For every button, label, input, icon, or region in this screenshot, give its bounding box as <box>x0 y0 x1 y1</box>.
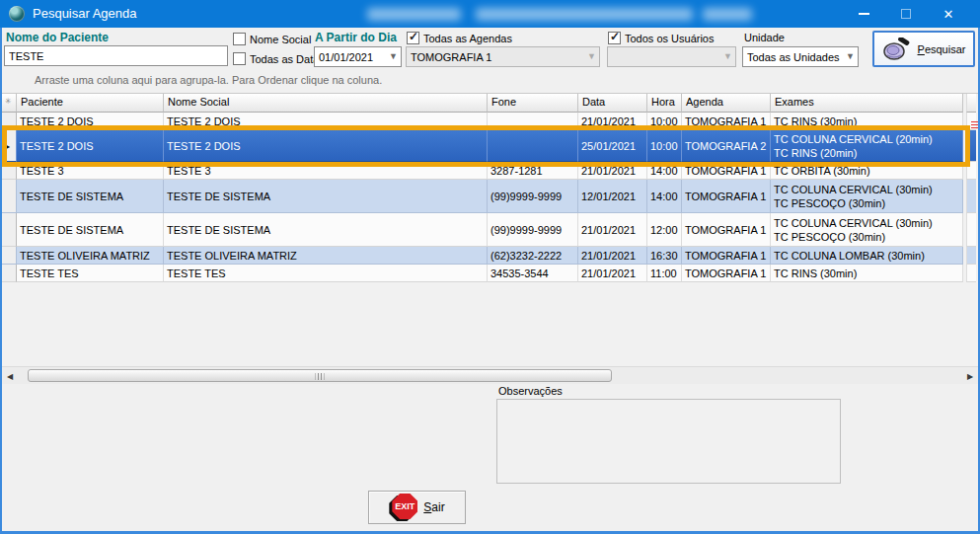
patient-name-input[interactable] <box>4 45 228 66</box>
table-row[interactable]: TESTE DE SISTEMATESTE DE SISTEMA(99)9999… <box>2 180 963 213</box>
cell-paciente: TESTE DE SISTEMA <box>17 213 164 247</box>
table-row[interactable]: TESTE DE SISTEMATESTE DE SISTEMA(99)9999… <box>2 213 963 247</box>
column-header-agenda[interactable]: Agenda <box>682 94 771 113</box>
sair-button[interactable]: EXIT Sair <box>368 491 466 524</box>
window-title: Pesquisar Agenda <box>33 6 137 21</box>
agenda-select[interactable]: TOMOGRAFIA 1 ▼ <box>406 46 600 67</box>
checkbox-icon <box>233 52 246 65</box>
minimize-button[interactable] <box>844 0 883 28</box>
table-row[interactable]: TESTE 2 DOISTESTE 2 DOIS21/01/202110:00T… <box>2 113 963 130</box>
close-button[interactable]: ✕ <box>929 0 968 28</box>
sliver-row <box>966 113 976 130</box>
minimize-icon <box>859 13 869 15</box>
app-icon <box>9 6 25 22</box>
todos-usuarios-label: Todos os Usuários <box>625 33 715 44</box>
sliver-row <box>966 213 976 247</box>
cell-nome_social: TESTE 2 DOIS <box>164 130 488 162</box>
row-indicator <box>2 180 17 213</box>
from-day-value: 01/01/2021 <box>319 51 373 63</box>
cell-exames: TC RINS (30min) <box>771 113 963 130</box>
cell-fone <box>488 130 578 162</box>
cell-nome_social: TESTE TES <box>164 265 488 282</box>
horizontal-scrollbar[interactable]: ◀ ▶ <box>2 366 978 384</box>
sair-label: Sair <box>423 500 444 514</box>
cell-nome_social: TESTE 2 DOIS <box>164 113 488 130</box>
column-header-data[interactable]: Data <box>578 94 647 113</box>
scroll-right-arrow-icon[interactable]: ▶ <box>962 367 978 385</box>
row-indicator <box>2 247 17 265</box>
pesquisar-button[interactable]: Pesquisar <box>872 31 975 67</box>
cell-data: 21/01/2021 <box>578 113 647 130</box>
cell-agenda: TOMOGRAFIA 1 <box>682 180 771 213</box>
cell-data: 21/01/2021 <box>578 162 647 180</box>
cell-agenda: TOMOGRAFIA 1 <box>682 162 771 180</box>
pesquisar-label: Pesquisar <box>918 43 966 55</box>
cell-paciente: TESTE OLIVEIRA MATRIZ <box>17 247 164 265</box>
agenda-value: TOMOGRAFIA 1 <box>411 51 491 63</box>
titlebar: Pesquisar Agenda ✕ <box>0 0 980 28</box>
cell-nome_social: TESTE OLIVEIRA MATRIZ <box>164 247 488 265</box>
cell-data: 12/01/2021 <box>578 180 647 213</box>
from-day-select[interactable]: 01/01/2021 ▼ <box>314 46 402 67</box>
pesquisar-agenda-window: Pesquisar Agenda ✕ Nome do Paciente Nome… <box>0 0 980 534</box>
cell-paciente: TESTE TES <box>17 265 164 282</box>
cell-fone: (99)9999-9999 <box>488 213 578 247</box>
scrollbar-grip-icon <box>316 373 325 380</box>
table-row[interactable]: TESTE OLIVEIRA MATRIZTESTE OLIVEIRA MATR… <box>2 247 963 265</box>
exit-sign-icon: EXIT <box>389 494 418 521</box>
column-header-hora[interactable]: Hora <box>647 94 682 113</box>
row-indicator <box>2 113 17 130</box>
cell-fone: 34535-3544 <box>488 265 578 282</box>
scroll-left-arrow-icon[interactable]: ◀ <box>2 367 18 385</box>
table-row[interactable]: ▶TESTE 2 DOISTESTE 2 DOIS25/01/202110:00… <box>2 130 963 162</box>
cell-fone <box>488 113 578 130</box>
unidade-label: Unidade <box>744 32 785 43</box>
todas-datas-checkbox[interactable]: Todas as Datas <box>233 52 325 65</box>
cell-exames: TC COLUNA LOMBAR (30min) <box>771 247 963 265</box>
chevron-down-icon: ▼ <box>846 51 855 61</box>
unidade-value: Todas as Unidades <box>747 51 840 63</box>
column-header-paciente[interactable]: Paciente <box>17 94 164 113</box>
usuario-select[interactable]: ▼ <box>607 46 736 67</box>
nome-social-checkbox[interactable]: Nome Social <box>233 33 311 45</box>
cell-data: 21/01/2021 <box>578 213 647 247</box>
row-indicator <box>2 162 17 180</box>
maximize-button[interactable] <box>886 0 926 28</box>
chevron-down-icon: ▼ <box>587 51 596 61</box>
cell-exames: TC COLUNA CERVICAL (20min)TC RINS (20min… <box>771 130 963 162</box>
todas-agendas-checkbox[interactable]: Todas as Agendas <box>407 32 512 44</box>
column-header-nome_social[interactable]: Nome Social <box>164 94 488 113</box>
close-icon: ✕ <box>943 7 954 22</box>
cell-paciente: TESTE DE SISTEMA <box>17 180 164 213</box>
observacoes-label: Observações <box>498 385 563 397</box>
cell-data: 21/01/2021 <box>578 247 647 265</box>
sliver-row <box>966 247 976 265</box>
unidade-select[interactable]: Todas as Unidades ▼ <box>742 46 859 67</box>
row-indicator <box>2 265 17 282</box>
cell-fone: 3287-1281 <box>488 162 578 180</box>
scrollbar-thumb[interactable] <box>28 369 612 382</box>
sliver-row <box>966 180 976 213</box>
blurred-title-text <box>703 8 752 21</box>
observacoes-textarea[interactable] <box>496 399 841 484</box>
todos-usuarios-checkbox[interactable]: Todos os Usuários <box>608 32 715 44</box>
cell-paciente: TESTE 3 <box>17 162 164 180</box>
table-row[interactable]: TESTE TESTESTE TES34535-354421/01/202111… <box>2 265 963 282</box>
cell-hora: 16:30 <box>647 247 682 265</box>
table-row[interactable]: TESTE 3TESTE 33287-128121/01/202114:00TO… <box>2 162 963 180</box>
current-row-arrow-icon: ▶ <box>4 141 10 150</box>
cell-data: 21/01/2021 <box>578 265 647 282</box>
cell-hora: 11:00 <box>647 265 682 282</box>
column-header-fone[interactable]: Fone <box>488 94 578 113</box>
blurred-title-text <box>476 8 693 21</box>
cell-paciente: TESTE 2 DOIS <box>17 113 164 130</box>
grid-rows: TESTE 2 DOISTESTE 2 DOIS21/01/202110:00T… <box>2 113 963 282</box>
sliver-row <box>966 265 976 282</box>
cell-fone: (99)9999-9999 <box>488 180 578 213</box>
window-border <box>0 28 2 534</box>
checkbox-icon <box>233 33 246 45</box>
cell-paciente: TESTE 2 DOIS <box>17 130 164 162</box>
group-by-panel[interactable]: Arraste uma coluna aqui para agrupa-la. … <box>2 67 978 93</box>
cell-data: 25/01/2021 <box>578 130 647 162</box>
column-header-exames[interactable]: Exames <box>771 94 963 113</box>
